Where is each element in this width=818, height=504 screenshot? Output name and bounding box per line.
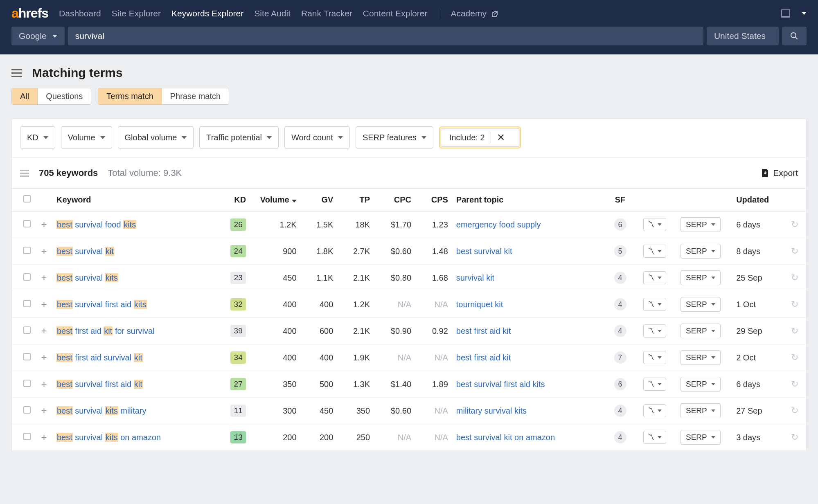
sf-badge[interactable]: 7 [614,351,626,364]
trend-button[interactable]: 〽 [643,431,666,444]
trend-button[interactable]: 〽 [643,271,666,284]
nav-item-dashboard[interactable]: Dashboard [59,9,101,18]
nav-item-site-explorer[interactable]: Site Explorer [112,9,161,18]
filter-volume[interactable]: Volume [61,126,112,148]
keyword-link[interactable]: best survival kits [56,273,118,282]
serp-button[interactable]: SERP [681,244,721,259]
serp-button[interactable]: SERP [681,350,721,365]
parent-topic-link[interactable]: best survival kit [456,247,512,256]
refresh-icon[interactable]: ↻ [791,379,798,389]
col-updated[interactable]: Updated [728,189,783,212]
col-sf[interactable]: SF [604,189,636,212]
parent-topic-link[interactable]: best survival first aid kits [456,380,545,389]
serp-button[interactable]: SERP [681,377,721,392]
keyword-link[interactable]: best survival kits military [56,406,146,415]
serp-button[interactable]: SERP [681,270,721,285]
engine-select[interactable]: Google [11,27,65,45]
filter-word-count[interactable]: Word count [284,126,350,148]
search-button[interactable] [782,27,807,45]
expand-icon[interactable]: + [41,299,47,310]
col-volume[interactable]: Volume [246,189,296,212]
refresh-icon[interactable]: ↻ [791,272,798,283]
keyword-link[interactable]: best survival first aid kits [56,300,147,309]
refresh-icon[interactable]: ↻ [791,246,798,256]
parent-topic-link[interactable]: survival kit [456,273,494,282]
serp-button[interactable]: SERP [681,430,721,445]
expand-icon[interactable]: + [41,245,47,256]
notifications-icon[interactable] [781,9,790,18]
refresh-icon[interactable]: ↻ [791,405,798,416]
nav-academy[interactable]: Academy [451,9,498,18]
parent-topic-link[interactable]: military survival kits [456,406,527,415]
nav-item-keywords-explorer[interactable]: Keywords Explorer [171,9,243,18]
col-gv[interactable]: GV [297,189,334,212]
tab-questions[interactable]: Questions [37,88,91,104]
trend-button[interactable]: 〽 [643,245,666,258]
sf-badge[interactable]: 4 [614,325,626,337]
sf-badge[interactable]: 6 [614,378,626,390]
row-checkbox[interactable] [23,273,31,281]
col-parent[interactable]: Parent topic [448,189,604,212]
expand-icon[interactable]: + [41,325,47,336]
keyword-link[interactable]: best survival food kits [56,220,136,229]
refresh-icon[interactable]: ↻ [791,219,798,230]
row-checkbox[interactable] [23,433,31,440]
filter-global-volume[interactable]: Global volume [118,126,194,148]
parent-topic-link[interactable]: emergency food supply [456,220,541,229]
row-checkbox[interactable] [23,353,31,360]
serp-button[interactable]: SERP [681,403,721,418]
row-checkbox[interactable] [23,380,31,387]
col-keyword[interactable]: Keyword [53,189,219,212]
nav-item-site-audit[interactable]: Site Audit [254,9,291,18]
parent-topic-link[interactable]: best first aid kit [456,326,511,335]
expand-icon[interactable]: + [41,219,47,230]
col-kd[interactable]: KD [219,189,246,212]
trend-button[interactable]: 〽 [643,351,666,364]
trend-button[interactable]: 〽 [643,298,666,311]
refresh-icon[interactable]: ↻ [791,299,798,309]
keyword-link[interactable]: best survival kits on amazon [56,433,161,442]
tab-phrase-match[interactable]: Phrase match [162,88,229,104]
tab-terms-match[interactable]: Terms match [98,88,161,104]
row-checkbox[interactable] [23,220,31,227]
row-checkbox[interactable] [23,300,31,307]
sidebar-toggle-icon[interactable] [11,69,22,77]
col-cps[interactable]: CPS [411,189,448,212]
expand-icon[interactable]: + [41,272,47,283]
refresh-icon[interactable]: ↻ [791,432,798,442]
sf-badge[interactable]: 4 [614,405,626,417]
sf-badge[interactable]: 4 [614,298,626,310]
trend-button[interactable]: 〽 [643,404,666,417]
columns-menu-icon[interactable] [20,170,29,177]
col-cpc[interactable]: CPC [370,189,411,212]
select-all-checkbox[interactable] [23,195,31,202]
refresh-icon[interactable]: ↻ [791,326,798,336]
col-tp[interactable]: TP [333,189,370,212]
keyword-input[interactable]: survival [68,27,703,45]
expand-icon[interactable]: + [41,352,47,363]
trend-button[interactable]: 〽 [643,324,666,338]
parent-topic-link[interactable]: best survival kit on amazon [456,433,555,442]
export-button[interactable]: Export [762,168,798,178]
refresh-icon[interactable]: ↻ [791,352,798,362]
expand-icon[interactable]: + [41,378,47,389]
serp-button[interactable]: SERP [681,297,721,312]
expand-icon[interactable]: + [41,432,47,443]
sf-badge[interactable]: 4 [614,272,626,284]
sf-badge[interactable]: 5 [614,245,626,257]
trend-button[interactable]: 〽 [643,378,666,391]
nav-item-rank-tracker[interactable]: Rank Tracker [301,9,352,18]
parent-topic-link[interactable]: tourniquet kit [456,300,503,309]
keyword-link[interactable]: best first aid survival kit [56,353,143,362]
include-close-icon[interactable]: ✕ [491,132,511,143]
logo[interactable]: ahrefs [11,6,48,21]
filter-serp-features[interactable]: SERP features [356,126,433,148]
sf-badge[interactable]: 4 [614,431,626,443]
filter-traffic-potential[interactable]: Traffic potential [199,126,279,148]
expand-icon[interactable]: + [41,405,47,416]
parent-topic-link[interactable]: best first aid kit [456,353,511,362]
row-checkbox[interactable] [23,326,31,334]
tab-all[interactable]: All [12,88,37,104]
row-checkbox[interactable] [23,247,31,254]
filter-kd[interactable]: KD [20,126,55,148]
